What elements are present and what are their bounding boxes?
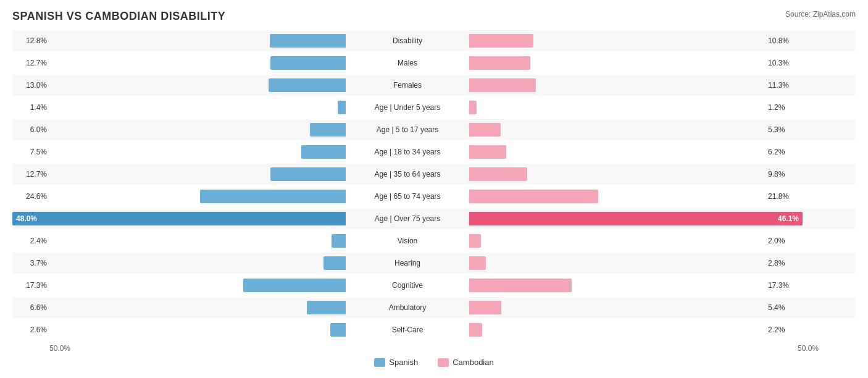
spanish-bar <box>200 190 346 203</box>
cambodian-swatch <box>438 358 449 367</box>
chart-source: Source: ZipAtlas.com <box>785 10 856 19</box>
right-value: 11.3% <box>766 81 803 90</box>
left-value: 3.7% <box>12 259 49 267</box>
spanish-swatch <box>374 358 385 367</box>
right-value: 2.0% <box>766 237 803 245</box>
table-row: 6.0%Age | 5 to 17 years5.3% <box>12 119 856 140</box>
left-value: 24.6% <box>12 192 49 201</box>
table-row: 12.8%Disability10.8% <box>12 30 856 51</box>
table-row: 6.6%Ambulatory5.4% <box>12 297 856 318</box>
cambodian-bar <box>469 167 527 181</box>
left-value: 6.0% <box>12 125 49 134</box>
left-value: 6.6% <box>12 303 49 312</box>
cambodian-bar <box>469 301 501 314</box>
table-row: 12.7%Age | 35 to 64 years9.8% <box>12 164 856 185</box>
row-label: Age | 65 to 74 years <box>346 192 469 201</box>
left-value: 2.4% <box>12 237 49 245</box>
cambodian-bar <box>469 123 501 136</box>
row-label: Age | 35 to 64 years <box>346 170 469 178</box>
row-label: Cognitive <box>346 281 469 290</box>
row-label: Ambulatory <box>346 303 469 312</box>
legend-spanish: Spanish <box>374 358 418 367</box>
table-row: 17.3%Cognitive17.3% <box>12 275 856 296</box>
legend-cambodian: Cambodian <box>438 358 494 367</box>
spanish-bar <box>323 256 346 270</box>
spanish-bar <box>310 123 346 136</box>
table-row: 7.5%Age | 18 to 34 years6.2% <box>12 141 856 162</box>
chart-header: SPANISH VS CAMBODIAN DISABILITY Source: … <box>12 10 856 23</box>
axis-left: 50.0% <box>49 344 70 353</box>
row-label: Self-Care <box>346 326 469 334</box>
left-value: 13.0% <box>12 81 49 90</box>
left-value: 17.3% <box>12 281 49 290</box>
left-value: 7.5% <box>12 148 49 156</box>
cambodian-bar <box>469 323 482 337</box>
spanish-bar <box>269 78 346 92</box>
row-label: Disability <box>346 36 469 45</box>
spanish-bar <box>270 167 346 181</box>
chart-container: SPANISH VS CAMBODIAN DISABILITY Source: … <box>12 10 856 367</box>
right-value: 5.3% <box>766 125 803 134</box>
spanish-bar <box>330 323 346 337</box>
left-value: 12.7% <box>12 59 49 67</box>
row-label: Age | 5 to 17 years <box>346 125 469 134</box>
table-row: 12.7%Males10.3% <box>12 52 856 74</box>
row-label: Vision <box>346 237 469 245</box>
table-row: 13.0%Females11.3% <box>12 75 856 96</box>
cambodian-label: Cambodian <box>453 358 494 367</box>
right-value: 6.2% <box>766 148 803 156</box>
row-label: Age | 18 to 34 years <box>346 148 469 156</box>
cambodian-bar <box>469 34 533 48</box>
cambodian-bar <box>469 56 530 70</box>
row-label: Hearing <box>346 259 469 267</box>
cambodian-bar <box>469 190 598 203</box>
table-row: 2.6%Self-Care2.2% <box>12 319 856 340</box>
row-label: Females <box>346 81 469 90</box>
right-value: 10.3% <box>766 59 803 67</box>
spanish-label: Spanish <box>389 358 418 367</box>
right-value: 10.8% <box>766 36 803 45</box>
spanish-bar <box>243 279 346 292</box>
spanish-bar <box>332 234 346 248</box>
cambodian-bar <box>469 145 506 159</box>
cambodian-bar <box>469 78 536 92</box>
axis-right: 50.0% <box>798 344 819 353</box>
cambodian-bar <box>469 101 477 114</box>
left-value: 12.8% <box>12 36 49 45</box>
right-value: 1.2% <box>766 103 803 112</box>
right-value: 2.8% <box>766 259 803 267</box>
left-value: 2.6% <box>12 326 49 334</box>
table-row: 48.0%Age | Over 75 years46.1% <box>12 208 856 229</box>
table-row: 3.7%Hearing2.8% <box>12 253 856 274</box>
rows-area: 12.8%Disability10.8%12.7%Males10.3%13.0%… <box>12 30 856 340</box>
right-value: 9.8% <box>766 170 803 178</box>
spanish-bar <box>307 301 346 314</box>
left-value: 12.7% <box>12 170 49 178</box>
right-value: 2.2% <box>766 326 803 334</box>
row-label: Males <box>346 59 469 67</box>
row-label: Age | Under 5 years <box>346 103 469 112</box>
chart-title: SPANISH VS CAMBODIAN DISABILITY <box>12 10 225 23</box>
axis-row: 50.0% 50.0% <box>12 344 856 353</box>
spanish-bar <box>270 34 346 48</box>
table-row: 1.4%Age | Under 5 years1.2% <box>12 97 856 118</box>
table-row: 24.6%Age | 65 to 74 years21.8% <box>12 186 856 207</box>
spanish-bar <box>270 56 346 70</box>
right-value: 21.8% <box>766 192 803 201</box>
right-value: 17.3% <box>766 281 803 290</box>
cambodian-bar <box>469 279 572 292</box>
cambodian-bar <box>469 256 486 270</box>
spanish-bar <box>301 145 346 159</box>
legend: Spanish Cambodian <box>12 358 856 367</box>
spanish-bar <box>338 101 346 114</box>
table-row: 2.4%Vision2.0% <box>12 230 856 251</box>
left-value: 1.4% <box>12 103 49 112</box>
right-value: 5.4% <box>766 303 803 312</box>
cambodian-bar <box>469 234 481 248</box>
